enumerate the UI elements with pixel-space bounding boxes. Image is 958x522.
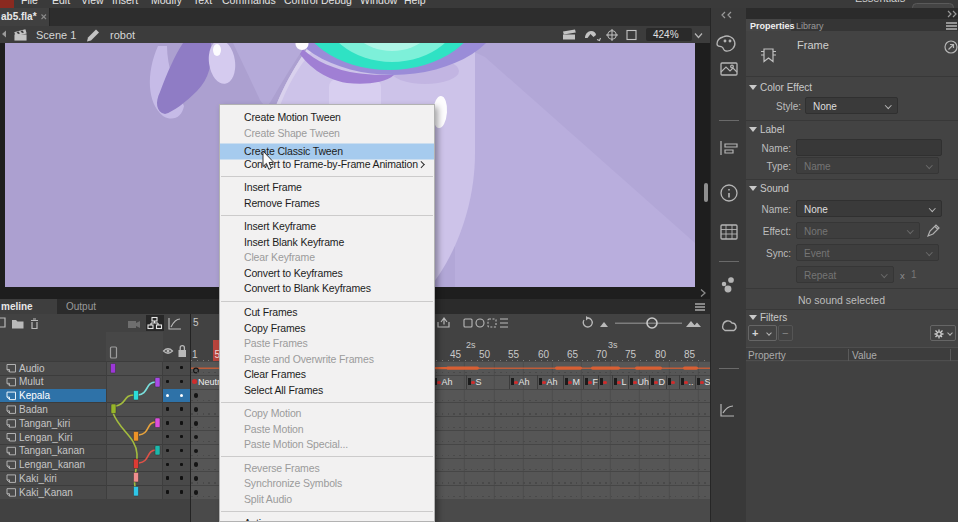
svg-text:Scene 1: Scene 1	[36, 29, 76, 41]
svg-text:robot: robot	[110, 29, 135, 41]
svg-text:424%: 424%	[653, 29, 679, 40]
